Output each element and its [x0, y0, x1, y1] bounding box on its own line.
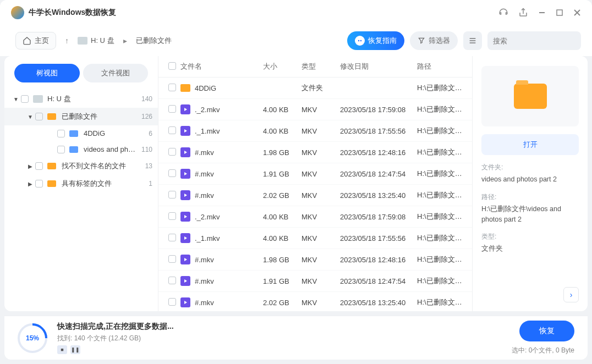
file-name: ._1.mkv — [195, 127, 220, 135]
tree-label: videos and photos... — [84, 145, 139, 153]
file-row[interactable]: ._2.mkv4.00 KBMKV2023/05/18 17:59:08H:\已… — [158, 206, 472, 228]
tree-node[interactable]: videos and photos...110 — [4, 141, 158, 157]
video-icon — [180, 104, 190, 114]
row-checkbox[interactable] — [168, 191, 176, 198]
video-icon — [180, 255, 190, 264]
file-type: 文件夹 — [302, 83, 340, 93]
file-path: H:\已删除文件\4D... — [417, 83, 462, 93]
video-icon — [180, 212, 190, 222]
file-row[interactable]: #.mkv2.02 GBMKV2023/05/18 13:25:40H:\已删除… — [158, 292, 472, 311]
select-all-checkbox[interactable] — [168, 62, 176, 70]
file-row[interactable]: ._1.mkv4.00 KBMKV2023/05/18 17:55:56H:\已… — [158, 120, 472, 142]
open-button[interactable]: 打开 — [481, 134, 579, 155]
tree-label: 已删除文件 — [62, 112, 139, 122]
tab-tree-view[interactable]: 树视图 — [14, 64, 80, 82]
search-input[interactable] — [493, 37, 585, 45]
checkbox[interactable] — [21, 95, 29, 103]
tab-file-view[interactable]: 文件视图 — [83, 64, 149, 82]
video-icon — [180, 190, 190, 200]
footer: 15% 快速扫描完成,正在挖掘更多数据... 找到: 140 个文件 (12.4… — [4, 316, 588, 360]
row-checkbox[interactable] — [168, 169, 176, 177]
file-row[interactable]: #.mkv1.91 GBMKV2023/05/18 12:47:54H:\已删除… — [158, 271, 472, 292]
folder-yellow-icon — [47, 113, 57, 120]
recover-button[interactable]: 恢复 — [519, 321, 574, 341]
checkbox[interactable] — [57, 146, 65, 153]
filter-icon — [418, 37, 425, 45]
row-checkbox[interactable] — [168, 277, 176, 284]
search-box[interactable] — [487, 31, 581, 50]
home-button[interactable]: 主页 — [15, 32, 56, 49]
checkbox[interactable] — [35, 162, 43, 170]
nav-up-icon[interactable]: ↑ — [65, 36, 69, 45]
caret-icon[interactable]: ▶ — [26, 181, 34, 187]
col-path[interactable]: 路径 — [417, 62, 462, 71]
file-size: 4.00 KB — [263, 127, 302, 135]
preview-thumbnail — [481, 66, 579, 126]
stop-button[interactable]: ■ — [57, 345, 67, 354]
col-size[interactable]: 大小 — [263, 62, 302, 71]
disk-icon — [33, 95, 43, 103]
row-checkbox[interactable] — [168, 148, 176, 156]
next-arrow-button[interactable]: › — [563, 287, 579, 302]
row-checkbox[interactable] — [168, 298, 176, 306]
meta-path-label: 路径: — [481, 192, 579, 202]
maximize-icon[interactable] — [556, 9, 563, 16]
tree-node[interactable]: ▶具有标签的文件1 — [4, 175, 158, 192]
file-row[interactable]: #.mkv1.98 GBMKV2023/05/18 12:48:16H:\已删除… — [158, 142, 472, 163]
checkbox[interactable] — [57, 130, 65, 137]
breadcrumb-drive[interactable]: H: U 盘 — [78, 36, 114, 46]
tree-label: 4DDiG — [84, 129, 146, 137]
file-type: MKV — [302, 213, 340, 221]
row-checkbox[interactable] — [168, 255, 176, 263]
close-icon[interactable] — [573, 9, 581, 16]
file-size: 1.98 GB — [263, 148, 302, 157]
col-name[interactable]: 文件名 — [180, 62, 263, 71]
minimize-icon[interactable] — [538, 9, 546, 16]
folder-yellow-icon — [47, 180, 57, 187]
file-size: 4.00 KB — [263, 213, 302, 221]
file-date: 2023/05/18 12:48:16 — [340, 256, 417, 264]
checkbox[interactable] — [35, 113, 43, 120]
tree-node[interactable]: 4DDiG6 — [4, 125, 158, 141]
file-path: H:\已删除文件\#.... — [417, 169, 462, 179]
content: 树视图 文件视图 ▼H: U 盘140▼已删除文件1264DDiG6videos… — [4, 56, 588, 311]
breadcrumb-folder[interactable]: 已删除文件 — [136, 36, 172, 46]
file-type: MKV — [302, 256, 340, 264]
file-row[interactable]: ._2.mkv4.00 KBMKV2023/05/18 17:59:08H:\已… — [158, 99, 472, 120]
caret-icon[interactable]: ▼ — [26, 114, 34, 120]
file-row[interactable]: #.mkv1.98 GBMKV2023/05/18 12:48:16H:\已删除… — [158, 249, 472, 271]
row-checkbox[interactable] — [168, 84, 176, 91]
col-date[interactable]: 修改日期 — [340, 62, 417, 71]
folder-yellow-icon — [47, 162, 57, 170]
tree-node[interactable]: ▼H: U 盘140 — [4, 90, 158, 108]
pause-button[interactable]: ❚❚ — [70, 345, 80, 354]
file-row[interactable]: ._1.mkv4.00 KBMKV2023/05/18 17:55:56H:\已… — [158, 228, 472, 249]
file-size: 4.00 KB — [263, 106, 302, 114]
tree-node[interactable]: ▶找不到文件名的文件13 — [4, 157, 158, 175]
view-mode-button[interactable] — [463, 31, 482, 50]
file-date: 2023/05/18 17:55:56 — [340, 127, 417, 135]
row-checkbox[interactable] — [168, 234, 176, 241]
checkbox[interactable] — [35, 180, 43, 187]
recovery-guide-button[interactable]: 恢复指南 — [347, 31, 404, 50]
file-row[interactable]: #.mkv1.91 GBMKV2023/05/18 12:47:54H:\已删除… — [158, 163, 472, 185]
file-size: 1.91 GB — [263, 277, 302, 285]
app-logo-icon — [11, 6, 24, 19]
headphones-icon[interactable] — [498, 8, 508, 18]
col-type[interactable]: 类型 — [302, 62, 340, 71]
file-path: H:\已删除文件\._2... — [417, 212, 462, 222]
home-icon — [23, 36, 31, 45]
file-row[interactable]: 4DDiG文件夹H:\已删除文件\4D... — [158, 78, 472, 99]
caret-icon[interactable]: ▶ — [26, 163, 34, 169]
home-label: 主页 — [35, 36, 49, 46]
file-type: MKV — [302, 106, 340, 114]
row-checkbox[interactable] — [168, 126, 176, 134]
row-checkbox[interactable] — [168, 212, 176, 220]
row-checkbox[interactable] — [168, 105, 176, 113]
filter-button[interactable]: 筛选器 — [410, 31, 458, 50]
share-icon[interactable] — [518, 8, 528, 18]
file-size: 1.91 GB — [263, 170, 302, 178]
file-row[interactable]: #.mkv2.02 GBMKV2023/05/18 13:25:40H:\已删除… — [158, 185, 472, 206]
caret-icon[interactable]: ▼ — [12, 96, 20, 102]
tree-node[interactable]: ▼已删除文件126 — [4, 108, 158, 125]
